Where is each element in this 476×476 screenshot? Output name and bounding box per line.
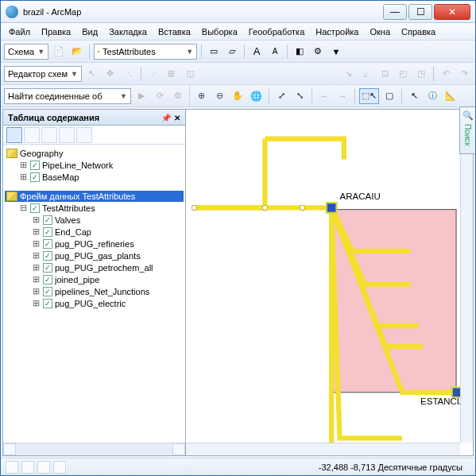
- menu-windows[interactable]: Окна: [365, 25, 395, 38]
- minimize-button[interactable]: —: [383, 4, 407, 20]
- clear-selection-button[interactable]: ▢: [381, 88, 397, 104]
- zoom-extent-out-button[interactable]: [273, 88, 289, 104]
- toc-layer-electric[interactable]: ⊞✓pug_PUG_electric: [5, 297, 184, 309]
- toc-layer-valves[interactable]: ⊞✓Valves: [5, 214, 184, 226]
- forward-button[interactable]: [335, 88, 350, 104]
- select-rect-button[interactable]: ▭: [206, 44, 222, 60]
- toc-list-by-source-button[interactable]: [24, 127, 40, 143]
- maximize-button[interactable]: ☐: [408, 4, 432, 20]
- edit-pointer-button[interactable]: ↖: [84, 66, 100, 82]
- close-panel-icon[interactable]: [174, 113, 180, 122]
- schema-editor-dropdown[interactable]: Редактор схем ▼: [4, 66, 82, 82]
- layer-checkbox[interactable]: ✓: [43, 215, 52, 225]
- node-tool-5[interactable]: ◳: [413, 66, 429, 82]
- pan-button[interactable]: [230, 88, 246, 104]
- map-horizontal-scrollbar[interactable]: [186, 443, 460, 455]
- menu-bookmark[interactable]: Закладка: [104, 25, 152, 38]
- menu-customize[interactable]: Настройка: [311, 25, 363, 38]
- toc-layer-petrochem[interactable]: ⊞✓pug_PUG_petrochem_all: [5, 261, 184, 273]
- toc-list-by-selection-button[interactable]: [59, 127, 75, 143]
- map-view[interactable]: ARACAIU ESTANCIA: [186, 110, 473, 455]
- edit-tool-2[interactable]: ⊞: [164, 66, 180, 82]
- expand-icon[interactable]: ⊞: [32, 215, 41, 225]
- menu-view[interactable]: Вид: [77, 25, 103, 38]
- menu-selection[interactable]: Выборка: [197, 25, 242, 38]
- expand-icon[interactable]: ⊞: [32, 226, 41, 237]
- pin-icon[interactable]: [161, 113, 171, 122]
- layer-checkbox[interactable]: ✓: [30, 203, 40, 213]
- expand-icon[interactable]: ⊞: [32, 262, 41, 273]
- toc-list-by-visibility-button[interactable]: [41, 127, 57, 143]
- toc-options-button[interactable]: [76, 127, 92, 143]
- layer-checkbox[interactable]: ✓: [43, 227, 52, 237]
- node-tool-2[interactable]: ⟀: [358, 66, 374, 82]
- find-run-button[interactable]: ▶: [134, 88, 149, 104]
- node-tool-3[interactable]: ⊡: [377, 66, 393, 82]
- layer-settings-button[interactable]: ⚙: [310, 44, 326, 60]
- toc-layer-joinedpipe[interactable]: ⊞✓joined_pipe: [5, 273, 184, 285]
- toc-layer-gasplants[interactable]: ⊞✓pug_PUG_gas_plants: [5, 250, 184, 261]
- toc-layer-netjunctions[interactable]: ⊞✓pipelines_Net_Junctions: [5, 285, 184, 297]
- pause-drawing-button[interactable]: [53, 461, 66, 474]
- expand-icon[interactable]: ⊞: [32, 238, 41, 249]
- toc-layer-endcap[interactable]: ⊞✓End_Cap: [5, 226, 184, 238]
- open-button[interactable]: 📂: [69, 44, 85, 60]
- layer-checkbox[interactable]: ✓: [43, 287, 52, 296]
- layer-checkbox[interactable]: ✓: [43, 239, 52, 249]
- menu-insert[interactable]: Вставка: [153, 25, 195, 38]
- scroll-track[interactable]: [16, 443, 172, 455]
- refresh-view-button[interactable]: [37, 461, 50, 474]
- layer-props-button[interactable]: ◧: [292, 44, 308, 60]
- toc-list-by-drawing-button[interactable]: [6, 127, 22, 143]
- menu-edit[interactable]: Правка: [37, 25, 75, 38]
- back-button[interactable]: [316, 88, 332, 104]
- scroll-right-button[interactable]: [172, 443, 185, 455]
- menu-geoprocessing[interactable]: Геообработка: [244, 25, 310, 38]
- find-settings-button[interactable]: ⚙: [170, 88, 186, 104]
- expand-icon[interactable]: ⊞: [32, 298, 41, 308]
- select-poly-button[interactable]: ▱: [224, 44, 240, 60]
- close-button[interactable]: ✕: [434, 4, 470, 20]
- layer-checkbox[interactable]: ✓: [43, 299, 52, 308]
- toc-layer-refineries[interactable]: ⊞✓pug_PUG_refineries: [5, 238, 184, 250]
- map-vertical-scrollbar[interactable]: [460, 110, 473, 443]
- text-large-button[interactable]: A: [249, 44, 265, 60]
- expand-icon[interactable]: ⊞: [32, 286, 41, 296]
- expand-icon[interactable]: ⊞: [19, 160, 28, 170]
- new-doc-button[interactable]: 📄: [51, 44, 67, 60]
- toc-layer-testattributes[interactable]: ⊟ ✓ TestAttributes: [5, 202, 184, 214]
- rotate-right-button[interactable]: ↷: [456, 66, 472, 82]
- menu-file[interactable]: Файл: [4, 25, 35, 38]
- text-small-button[interactable]: A: [267, 44, 283, 60]
- zoom-in-button[interactable]: [193, 88, 209, 104]
- menu-help[interactable]: Справка: [397, 25, 440, 38]
- expand-icon[interactable]: ⊞: [19, 172, 28, 182]
- zoom-extent-in-button[interactable]: [292, 88, 308, 104]
- pointer-button[interactable]: [406, 88, 422, 104]
- zoom-out-button[interactable]: [211, 88, 227, 104]
- layer-dropdown-button[interactable]: ▼: [328, 44, 344, 60]
- layer-checkbox[interactable]: ✓: [43, 275, 52, 284]
- edit-tool-1[interactable]: ⟋: [145, 66, 161, 82]
- layer-combo[interactable]: TestAttributes ▼: [94, 44, 197, 60]
- expand-icon[interactable]: ⊞: [32, 274, 41, 284]
- node-tool-4[interactable]: ◰: [395, 66, 411, 82]
- collapse-icon[interactable]: ⊟: [19, 203, 28, 213]
- expand-icon[interactable]: ⊞: [32, 250, 41, 261]
- layer-checkbox[interactable]: ✓: [30, 172, 40, 182]
- data-view-button[interactable]: [6, 461, 18, 474]
- toc-layer-pipeline-network[interactable]: ⊞ ✓ PipeLine_Network: [5, 159, 184, 171]
- edit-tool-3[interactable]: ◫: [182, 66, 198, 82]
- layer-checkbox[interactable]: ✓: [30, 161, 40, 170]
- toc-group-geography[interactable]: Geography: [5, 148, 184, 159]
- layout-view-button[interactable]: [21, 461, 34, 474]
- find-refresh-button[interactable]: ⟳: [152, 88, 168, 104]
- find-connected-dropdown[interactable]: Найти соединенные об ▼: [4, 88, 131, 104]
- rotate-left-button[interactable]: ↶: [438, 66, 454, 82]
- layer-checkbox[interactable]: ✓: [43, 263, 52, 273]
- scroll-left-button[interactable]: [3, 443, 16, 455]
- identify-button[interactable]: [424, 88, 440, 104]
- edit-move-button[interactable]: ✥: [103, 66, 118, 82]
- full-extent-button[interactable]: [248, 88, 265, 104]
- edit-vertex-button[interactable]: ⋱: [121, 66, 137, 82]
